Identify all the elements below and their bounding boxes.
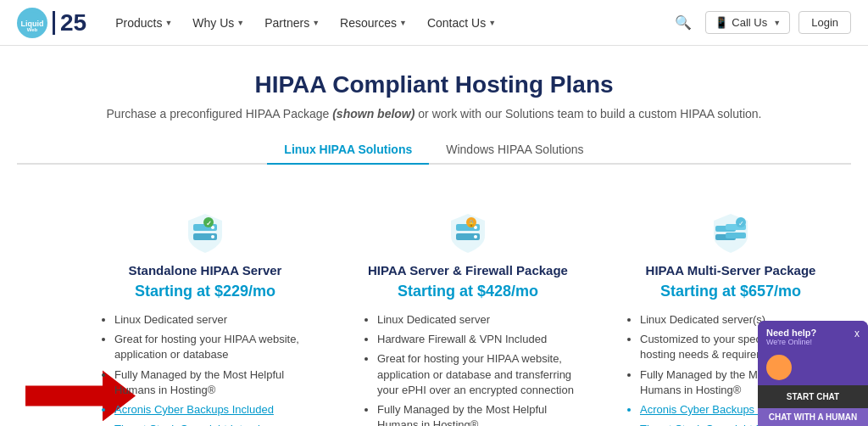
chat-need-help: Need help? [766,328,849,338]
plan-firewall-features: Linux Dedicated server Hardware Firewall… [362,312,574,426]
svg-text:✓: ✓ [738,220,744,227]
chat-avatar [766,355,792,380]
feature-item: Linux Dedicated server [114,312,311,328]
svg-point-12 [474,235,477,238]
feature-item: Great for hosting your HIPAA website, ap… [114,332,311,362]
call-arrow-icon: ▼ [773,19,781,27]
logo-25-text: 25 [53,11,86,35]
plan-standalone-icon: ✓ [99,212,311,255]
feature-item: Linux Dedicated server [377,312,574,328]
feature-item: Fully Managed by the Most Helpful Humans… [114,367,311,398]
resources-arrow-icon: ▼ [399,19,407,27]
feature-item: Hardware Firewall & VPN Included [377,332,574,347]
plan-standalone-price: Starting at $229/mo [99,283,311,300]
nav-resources[interactable]: Resources ▼ [331,11,415,35]
navbar: Liquid Web 25 Products ▼ Why Us ▼ Partne… [0,0,868,46]
feature-item: Fully Managed by the Most Helpful Humans… [377,402,574,426]
plans-grid: ✓ Standalone HIPAA Server Starting at $2… [82,199,854,426]
products-arrow-icon: ▼ [164,19,172,27]
phone-icon: 📱 [715,16,728,29]
svg-text:🔒: 🔒 [467,219,476,227]
nav-menu: Products ▼ Why Us ▼ Partners ▼ Resources… [107,11,670,35]
start-chat-button[interactable]: START CHAT [758,385,868,408]
chat-header: Need help? We're Online! x [758,321,868,350]
plan-firewall-name: HIPAA Server & Firewall Package [362,263,574,277]
solution-tabs: Linux HIPAA Solutions Windows HIPAA Solu… [17,136,851,165]
navbar-actions: 🔍 📱 Call Us ▼ Login [670,9,851,36]
call-us-button[interactable]: 📱 Call Us ▼ [705,11,790,34]
nav-why-us[interactable]: Why Us ▼ [184,11,253,35]
search-button[interactable]: 🔍 [670,9,697,36]
why-us-arrow-icon: ▼ [236,19,244,27]
page-title: HIPAA Compliant Hosting Plans [17,71,851,98]
chat-status: We're Online! [766,338,849,346]
login-button[interactable]: Login [798,11,851,34]
plan-firewall-price: Starting at $428/mo [362,283,574,300]
plan-standalone-features: Linux Dedicated server Great for hosting… [99,312,311,426]
tab-windows-hipaa[interactable]: Windows HIPAA Solutions [429,136,600,165]
feature-link-acronis[interactable]: Acronis Cyber Backups Included [114,402,311,418]
contact-us-arrow-icon: ▼ [488,19,496,27]
svg-text:✓: ✓ [206,220,212,227]
hero-section: HIPAA Compliant Hosting Plans Purchase a… [0,46,868,199]
chat-close-icon[interactable]: x [854,328,860,339]
feature-link-threatstack[interactable]: Threat Stack Oversight Intrusion Detecti… [114,422,311,426]
plan-standalone-name: Standalone HIPAA Server [99,263,311,277]
svg-text:Web: Web [27,27,38,32]
plans-section: ✓ Standalone HIPAA Server Starting at $2… [0,199,868,426]
partners-arrow-icon: ▼ [312,19,320,27]
plan-standalone: ✓ Standalone HIPAA Server Starting at $2… [82,199,328,426]
svg-point-6 [211,235,214,238]
nav-products[interactable]: Products ▼ [107,11,181,35]
chat-bottom-label: CHAT WITH A HUMAN [758,408,868,426]
chat-widget: Need help? We're Online! x START CHAT CH… [758,321,868,426]
tab-linux-hipaa[interactable]: Linux HIPAA Solutions [267,136,429,165]
plan-multi-server-icon: ✓ [625,212,837,255]
plan-multi-price: Starting at $657/mo [625,283,837,300]
nav-partners[interactable]: Partners ▼ [256,11,328,35]
nav-contact-us[interactable]: Contact Us ▼ [419,11,504,35]
logo: Liquid Web 25 [17,8,86,38]
plan-firewall-icon: 🔒 [362,212,574,255]
plan-multi-name: HIPAA Multi-Server Package [625,263,837,277]
feature-item: Great for hosting your HIPAA website, ap… [377,351,574,398]
logo-icon: Liquid Web [17,8,47,38]
svg-rect-18 [726,233,746,238]
plan-firewall: 🔒 HIPAA Server & Firewall Package Starti… [345,199,591,426]
hero-subtitle: Purchase a preconfigured HIPAA Package (… [17,107,851,121]
